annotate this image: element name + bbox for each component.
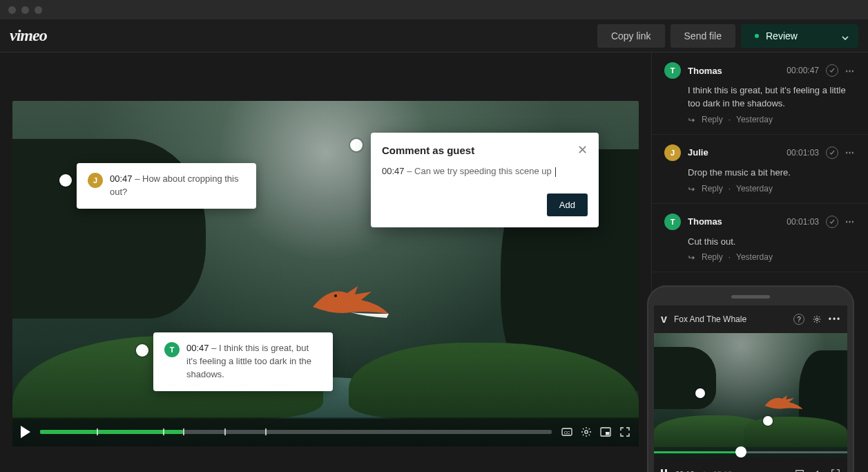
control-icons: CC [561,426,630,437]
note-card[interactable]: T00:47 – I think this is great, but it's… [153,332,333,391]
comment-timestamp: 00:47 [382,166,405,176]
more-icon[interactable]: ⋯ [845,147,856,158]
comment-body: Cut this out. [688,236,856,249]
comment-timestamp[interactable]: 00:01:03 [787,217,819,227]
pause-icon[interactable] [661,469,667,472]
toolbar-buttons: Copy link Send file Review [597,24,858,48]
comment-item[interactable]: JJulie00:01:03⋯Drop the music a bit here… [652,135,868,204]
timeline-marker[interactable] [163,428,164,435]
review-dropdown[interactable]: Review [741,24,858,48]
comment-timestamp[interactable]: 00:00:47 [787,66,819,75]
phone-mockup: v Fox And The Whale ? ••• [647,285,854,472]
copy-link-button[interactable]: Copy link [597,24,665,48]
reply-button[interactable]: Reply [702,252,723,262]
phone-screen: v Fox And The Whale ? ••• [654,305,847,472]
window-dot-min[interactable] [21,6,29,14]
comment-body: Drop the music a bit here. [688,167,856,180]
video-pane: J00:47 – How about cropping this out?T00… [0,53,651,472]
comment-item[interactable]: TThomas00:00:47⋯I think this is great, b… [652,53,868,135]
settings-icon[interactable] [581,426,592,437]
more-icon[interactable]: ⋯ [845,66,856,76]
comment-input-text: Can we try speeding this scene up [414,166,552,176]
vimeo-logo: vimeo [10,26,47,45]
note-card[interactable]: J00:47 – How about cropping this out? [77,163,256,209]
text-caret [555,167,556,177]
more-icon[interactable]: ••• [829,314,840,325]
more-icon[interactable]: ⋯ [845,216,856,227]
comment-age: Yesterday [736,252,773,262]
resolve-check-icon[interactable] [826,64,838,77]
fox-illustration [309,272,392,321]
gear-icon[interactable] [811,314,822,325]
send-file-button[interactable]: Send file [671,24,735,48]
avatar: J [664,144,681,161]
window-dot-close[interactable] [8,6,16,14]
svg-rect-5 [606,432,610,435]
svg-point-6 [816,318,818,321]
comment-input[interactable]: 00:47 – Can we try speeding this scene u… [382,166,588,177]
progress-bar[interactable] [40,430,552,434]
phone-controls: 00:12 / 05:13 [654,457,847,472]
window-dot-max[interactable] [35,6,42,14]
toolbar: vimeo Copy link Send file Review [0,19,868,53]
phone-video-title: Fox And The Whale [674,314,787,324]
avatar: T [164,342,180,357]
phone-video[interactable] [654,333,847,457]
progress-fill [40,430,183,434]
avatar: T [664,214,681,230]
phone-notch [731,295,770,299]
comment-item[interactable]: TThomas00:01:03⋯Cut this out.Reply·Yeste… [652,204,868,273]
fullscreen-icon[interactable] [831,469,840,472]
svg-text:CC: CC [564,431,570,435]
note-text: 00:47 – How about cropping this out? [110,173,245,199]
comment-age: Yesterday [736,184,773,193]
fullscreen-icon[interactable] [619,426,630,437]
status-dot-icon [755,34,759,38]
vimeo-v-icon: v [661,313,667,325]
timeline-marker[interactable] [97,428,98,435]
timeline-marker[interactable] [265,428,267,435]
phone-progress[interactable] [654,448,847,457]
review-label: Review [766,30,798,41]
comment-hotspot[interactable] [763,416,773,426]
comment-hotspot[interactable] [59,174,72,187]
avatar: J [88,173,103,188]
comment-age: Yesterday [736,115,773,124]
player-controls: CC [12,417,639,446]
comment-popup-title: Comment as guest [382,144,474,156]
video-player[interactable]: J00:47 – How about cropping this out?T00… [12,101,639,446]
reply-button[interactable]: Reply [702,184,723,193]
timeline-marker[interactable] [183,428,184,435]
note-text: 00:47 – I think this is great, but it's … [186,342,322,381]
reply-arrow-icon [688,115,696,124]
scrubber-knob[interactable] [735,446,746,457]
add-comment-button[interactable]: Add [547,193,588,216]
reply-button[interactable]: Reply [702,115,723,124]
airplay-icon[interactable] [795,469,804,472]
comment-timestamp[interactable]: 00:01:03 [787,148,819,158]
fox-illustration [763,388,804,413]
avatar: T [664,62,681,79]
resolve-check-icon[interactable] [826,216,838,228]
content: J00:47 – How about cropping this out?T00… [0,53,868,472]
info-icon[interactable]: ? [793,314,804,325]
phone-topbar: v Fox And The Whale ? ••• [654,305,847,333]
volume-icon[interactable] [813,469,822,472]
window-chrome [0,0,868,19]
timeline-marker[interactable] [224,428,226,435]
cc-icon[interactable]: CC [561,426,572,437]
resolve-check-icon[interactable] [826,147,838,159]
comment-body: I think this is great, but it's feeling … [688,84,856,111]
pip-icon[interactable] [600,426,611,437]
play-button[interactable] [21,426,30,438]
play-icon [21,426,30,438]
svg-point-3 [585,431,588,433]
chevron-down-icon [842,32,849,39]
svg-point-0 [334,294,337,297]
reply-arrow-icon [688,253,696,261]
comment-hotspot[interactable] [136,344,148,357]
comment-hotspot[interactable] [695,388,705,398]
comment-hotspot[interactable] [350,139,363,151]
commenter-name: Julie [688,147,780,158]
close-icon[interactable]: ✕ [577,144,588,156]
